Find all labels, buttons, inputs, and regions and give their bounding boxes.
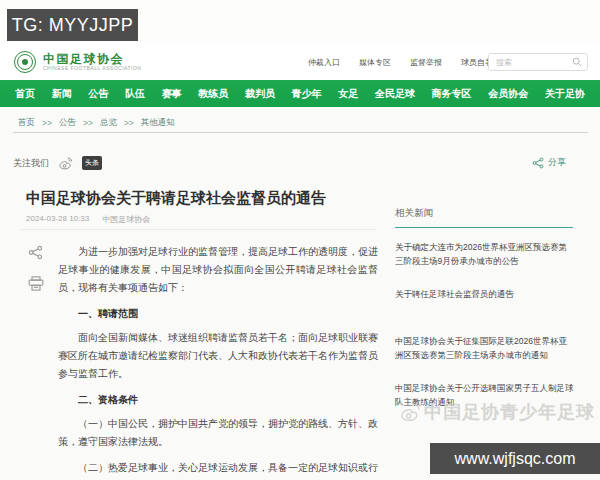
weibo-icon[interactable] bbox=[58, 157, 73, 170]
cfa-logo[interactable]: 中国足球协会 CHINESE FOOTBALL ASSOCIATION bbox=[14, 51, 141, 73]
main-nav: 首页 新闻 公告 队伍 赛事 教练员 裁判员 青少年 女足 全民足球 商务专区 … bbox=[0, 80, 600, 107]
cfa-logo-text: 中国足球协会 CHINESE FOOTBALL ASSOCIATION bbox=[43, 53, 141, 72]
content-area: 首页 >> 公告 >> 总览 >> 其他通知 关注我们 头条 分享 中国足球协会… bbox=[0, 107, 600, 480]
search-icon[interactable] bbox=[572, 57, 582, 67]
article-date: 2024-03-28 10:33 bbox=[26, 214, 89, 225]
header-utility-links: 仲裁入口 媒体专区 监督举报 球员自荐 bbox=[308, 57, 493, 68]
breadcrumb-announcements[interactable]: 公告 bbox=[59, 117, 76, 129]
nav-business-zone[interactable]: 商务专区 bbox=[432, 87, 472, 101]
nav-grassroots-football[interactable]: 全民足球 bbox=[375, 87, 415, 101]
related-news-sidebar: 相关新闻 关于确定大连市为2026世界杯亚洲区预选赛第三阶段主场9月份承办城市的… bbox=[395, 207, 575, 429]
article-meta-divider bbox=[20, 229, 377, 230]
nav-member-associations[interactable]: 会员协会 bbox=[488, 87, 528, 101]
article-intro: 为进一步加强对足球行业的监督管理，提高足球工作的透明度，促进足球事业的健康发展，… bbox=[58, 243, 378, 297]
breadcrumb-separator: >> bbox=[83, 118, 93, 128]
share-label: 分享 bbox=[548, 156, 566, 169]
follow-us-label: 关注我们 bbox=[13, 157, 49, 170]
article-body: 为进一步加强对足球行业的监督管理，提高足球工作的透明度，促进足球事业的健康发展，… bbox=[58, 243, 378, 480]
logo-subtitle: CHINESE FOOTBALL ASSOCIATION bbox=[43, 66, 141, 72]
top-left-badge: TG: MYYJJPP bbox=[7, 9, 138, 41]
breadcrumb-overview[interactable]: 总览 bbox=[100, 117, 117, 129]
breadcrumb-other-notices[interactable]: 其他通知 bbox=[141, 117, 175, 129]
nav-home[interactable]: 首页 bbox=[15, 87, 35, 101]
related-news-divider bbox=[395, 227, 573, 228]
breadcrumb-separator: >> bbox=[124, 118, 134, 128]
follow-us-bar: 关注我们 头条 bbox=[13, 156, 102, 170]
share-icon bbox=[532, 157, 544, 169]
article-source: 中国足球协会 bbox=[102, 214, 150, 225]
bottom-right-badge: www.wjfjsqc.com bbox=[430, 443, 600, 474]
related-news-item[interactable]: 关于确定大连市为2026世界杯亚洲区预选赛第三阶段主场9月份承办城市的公告 bbox=[395, 241, 575, 288]
article-meta: 2024-03-28 10:33 中国足球协会 bbox=[26, 214, 150, 225]
search-box[interactable] bbox=[488, 53, 588, 71]
breadcrumb-home[interactable]: 首页 bbox=[18, 117, 35, 129]
article-title: 中国足球协会关于聘请足球社会监督员的通告 bbox=[26, 189, 386, 208]
article-section1-heading: 一、聘请范围 bbox=[58, 305, 378, 323]
article-section1-text: 面向全国新闻媒体、球迷组织聘请监督员若干名；面向足球职业联赛赛区所在城市邀请纪检… bbox=[58, 329, 378, 383]
nav-teams[interactable]: 队伍 bbox=[125, 87, 145, 101]
link-media-zone[interactable]: 媒体专区 bbox=[359, 57, 391, 68]
article-tool-rail bbox=[28, 245, 44, 291]
nav-competitions[interactable]: 赛事 bbox=[162, 87, 182, 101]
nav-news[interactable]: 新闻 bbox=[52, 87, 72, 101]
nav-coaches[interactable]: 教练员 bbox=[198, 87, 228, 101]
search-input[interactable] bbox=[494, 57, 572, 68]
nav-announcements[interactable]: 公告 bbox=[88, 87, 108, 101]
watermark: 中国足协青少年足球 bbox=[399, 400, 595, 424]
nav-womens-football[interactable]: 女足 bbox=[338, 87, 358, 101]
breadcrumb: 首页 >> 公告 >> 总览 >> 其他通知 bbox=[18, 117, 175, 129]
cfa-logo-emblem-icon bbox=[14, 51, 36, 73]
print-icon[interactable] bbox=[28, 276, 44, 291]
related-news-title: 相关新闻 bbox=[395, 207, 575, 220]
watermark-weibo-icon bbox=[399, 403, 421, 422]
watermark-text: 中国足协青少年足球 bbox=[424, 400, 595, 424]
nav-youth[interactable]: 青少年 bbox=[292, 87, 322, 101]
breadcrumb-separator: >> bbox=[42, 118, 52, 128]
nav-about-cfa[interactable]: 关于足协 bbox=[545, 87, 585, 101]
toutiao-badge[interactable]: 头条 bbox=[82, 156, 102, 170]
related-news-item[interactable]: 中国足球协会关于征集国际足联2026世界杯亚洲区预选赛第三阶段主场承办城市的通知 bbox=[395, 335, 575, 382]
article-section2-item2: （二）热爱足球事业，关心足球运动发展，具备一定的足球知识或行政管理经验，身体健康… bbox=[58, 459, 378, 480]
related-news-item[interactable]: 关于聘任足球社会监督员的通告 bbox=[395, 288, 575, 335]
article-section2-heading: 二、资格条件 bbox=[58, 391, 378, 409]
logo-title: 中国足球协会 bbox=[43, 53, 141, 66]
link-arbitration[interactable]: 仲裁入口 bbox=[308, 57, 340, 68]
share-alt-icon[interactable] bbox=[28, 245, 44, 260]
article-section2-item1: （一）中国公民，拥护中国共产党的领导，拥护党的路线、方针、政策，遵守国家法律法规… bbox=[58, 415, 378, 451]
site-header: 中国足球协会 CHINESE FOOTBALL ASSOCIATION 仲裁入口… bbox=[0, 42, 600, 80]
page: TG: MYYJJPP www.wjfjsqc.com 中国足球协会 CHINE… bbox=[0, 0, 600, 480]
share-button[interactable]: 分享 bbox=[532, 156, 566, 169]
nav-referees[interactable]: 裁判员 bbox=[245, 87, 275, 101]
link-supervision-report[interactable]: 监督举报 bbox=[410, 57, 442, 68]
breadcrumb-divider bbox=[13, 132, 588, 133]
